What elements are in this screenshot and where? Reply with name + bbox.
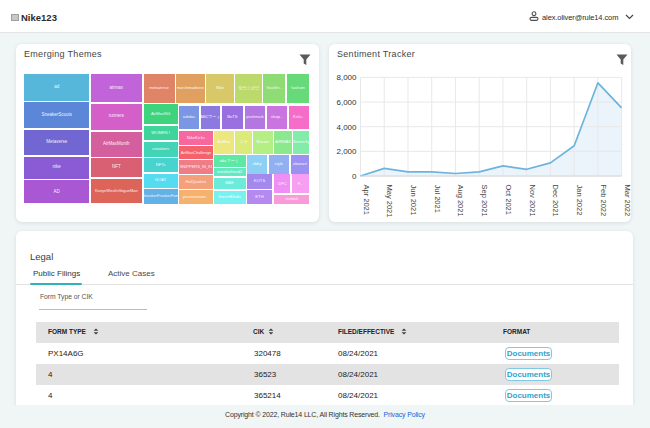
svg-text:0: 0 [352, 172, 357, 181]
svg-text:Dec 2021: Dec 2021 [551, 185, 560, 217]
svg-text:Aug 2021: Aug 2021 [456, 185, 465, 217]
svg-text:Jul 2021: Jul 2021 [433, 185, 442, 213]
svg-text:May 2021: May 2021 [385, 185, 394, 218]
svg-text:Oct 2021: Oct 2021 [504, 185, 513, 215]
svg-text:Nov 2021: Nov 2021 [528, 185, 537, 217]
svg-text:Mar 2022: Mar 2022 [623, 185, 631, 217]
svg-text:Sep 2021: Sep 2021 [480, 185, 489, 217]
svg-text:Feb 2022: Feb 2022 [599, 185, 608, 217]
svg-text:4,000: 4,000 [336, 123, 357, 132]
svg-text:2,000: 2,000 [336, 147, 357, 156]
svg-text:Apr 2021: Apr 2021 [362, 185, 371, 215]
svg-text:Jun 2021: Jun 2021 [409, 185, 418, 216]
svg-text:Jan 2022: Jan 2022 [575, 185, 584, 216]
svg-text:8,000: 8,000 [336, 73, 357, 82]
svg-text:6,000: 6,000 [336, 98, 357, 107]
